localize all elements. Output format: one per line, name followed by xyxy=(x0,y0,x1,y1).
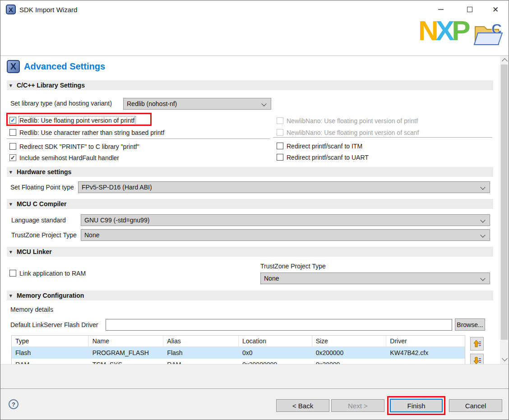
floating-point-value: FPv5-SP-D16 (Hard ABI) xyxy=(82,184,152,191)
trustzone-linker-value: None xyxy=(264,275,279,282)
checkbox-checked-icon xyxy=(9,117,16,124)
floating-point-label: Set Floating Point type xyxy=(10,184,74,191)
left-group-divider xyxy=(7,138,270,139)
library-type-dropdown[interactable]: Redlib (nohost-nf) xyxy=(123,98,271,110)
checkbox-label: Redlib: Use floating point version of pr… xyxy=(19,117,134,124)
move-up-icon xyxy=(472,339,481,348)
checkbox-newlibnano-scanf: NewlibNano: Use floating point version o… xyxy=(277,129,419,136)
checkbox-redirect-sdk-printf[interactable]: Redirect SDK "PRINTF" to C library "prin… xyxy=(9,143,139,150)
checkbox-label: NewlibNano: Use floating point version o… xyxy=(287,129,419,136)
checkbox-label: Redirect SDK "PRINTF" to C library "prin… xyxy=(19,143,139,150)
language-standard-value: GNU C99 (-std=gnu99) xyxy=(84,217,149,224)
checkbox-redirect-itm[interactable]: Redirect printf/scanf to ITM xyxy=(277,142,362,150)
library-type-label: Set library type (and hosting variant) xyxy=(10,100,112,107)
browse-button[interactable]: Browse... xyxy=(455,318,485,331)
cancel-button[interactable]: Cancel xyxy=(449,399,502,412)
close-button[interactable]: ✕ xyxy=(485,0,506,18)
checkbox-newlibnano-printf: NewlibNano: Use floating point version o… xyxy=(277,117,418,125)
next-label: Next > xyxy=(348,402,368,410)
memory-details-label: Memory details xyxy=(10,306,53,313)
minimize-icon xyxy=(438,9,444,10)
vertical-scrollbar[interactable] xyxy=(500,56,509,364)
checkbox-unchecked-icon xyxy=(277,129,283,136)
language-standard-dropdown[interactable]: GNU C99 (-std=gnu99) xyxy=(81,214,490,226)
col-header-location[interactable]: Location xyxy=(239,336,312,346)
cell-type: Flash xyxy=(12,347,89,359)
scroll-up-icon[interactable] xyxy=(502,58,508,64)
checkbox-unchecked-icon xyxy=(277,154,283,161)
right-group-divider xyxy=(273,137,492,138)
checkbox-link-to-ram[interactable]: Link application to RAM xyxy=(9,269,86,277)
app-x-icon: X xyxy=(6,5,16,14)
section-library-settings[interactable]: C/C++ Library Settings xyxy=(7,80,493,90)
page-title: Advanced Settings xyxy=(24,61,105,72)
trustzone-linker-dropdown[interactable]: None xyxy=(260,272,490,284)
finish-button[interactable]: Finish xyxy=(390,399,443,412)
section-mcu-linker[interactable]: MCU Linker xyxy=(7,247,493,257)
checkbox-label: Include semihost HardFault handler xyxy=(19,154,119,162)
col-header-size[interactable]: Size xyxy=(312,336,387,346)
cell-name: PROGRAM_FLASH xyxy=(89,347,164,359)
section-mcu-c-compiler[interactable]: MCU C Compiler xyxy=(7,199,493,209)
table-row[interactable]: Flash PROGRAM_FLASH Flash 0x0 0x200000 K… xyxy=(12,347,465,359)
checkbox-unchecked-icon xyxy=(9,270,16,277)
trustzone-compiler-dropdown[interactable]: None xyxy=(81,229,490,241)
checkbox-redirect-uart[interactable]: Redirect printf/scanf to UART xyxy=(277,153,369,161)
checkbox-label: Redirect printf/scanf to UART xyxy=(287,154,369,161)
flash-driver-input[interactable] xyxy=(106,319,452,331)
nxp-letter-p: P xyxy=(452,17,467,45)
cell-size: 0x200000 xyxy=(312,347,387,359)
cell-location: 0x0 xyxy=(239,347,312,359)
checkbox-redlib-float-printf[interactable]: Redlib: Use floating point version of pr… xyxy=(9,116,134,124)
scroll-down-icon[interactable] xyxy=(502,355,508,361)
floating-point-dropdown[interactable]: FPv5-SP-D16 (Hard ABI) xyxy=(78,181,490,193)
close-icon: ✕ xyxy=(492,6,499,14)
nxp-letter-x: X xyxy=(436,17,452,45)
cell-driver: KW47B42.cfx xyxy=(386,347,465,359)
trustzone-linker-label: TrustZone Project Type xyxy=(260,263,326,270)
checkbox-unchecked-icon xyxy=(277,117,283,124)
help-button[interactable]: ? xyxy=(9,399,19,409)
cancel-label: Cancel xyxy=(465,402,486,410)
sdk-import-wizard-window: X SDK Import Wizard ✕ NXP C X Advanced S… xyxy=(0,0,509,420)
cell-alias: Flash xyxy=(163,347,239,359)
table-header-row: Type Name Alias Location Size Driver xyxy=(12,336,465,347)
checkbox-label: Link application to RAM xyxy=(19,270,86,277)
advanced-settings-x-icon: X xyxy=(7,60,20,73)
header-divider xyxy=(0,55,509,56)
trustzone-compiler-label: TrustZone Project Type xyxy=(11,231,77,239)
scrollbar-thumb[interactable] xyxy=(501,65,508,340)
library-type-value: Redlib (nohost-nf) xyxy=(127,100,177,107)
footer-bar: ? < Back Next > Finish Cancel xyxy=(0,389,509,420)
next-button: Next > xyxy=(331,399,384,412)
checkbox-label: Redirect printf/scanf to ITM xyxy=(287,143,362,150)
flash-driver-label: Default LinkServer Flash Driver xyxy=(10,321,98,328)
col-header-name[interactable]: Name xyxy=(89,336,164,346)
move-down-icon xyxy=(472,356,481,365)
col-header-driver[interactable]: Driver xyxy=(386,336,465,346)
sdk-folder-icon: C xyxy=(472,20,505,48)
maximize-icon xyxy=(467,7,472,12)
checkbox-label: Redlib: Use character rather than string… xyxy=(19,129,164,136)
checkbox-unchecked-icon xyxy=(9,143,16,150)
finish-label: Finish xyxy=(407,402,425,410)
nxp-letter-n: N xyxy=(418,17,436,45)
checkbox-redlib-char-printf[interactable]: Redlib: Use character rather than string… xyxy=(9,129,164,136)
content-footer-spacer xyxy=(0,364,509,389)
help-icon: ? xyxy=(12,401,15,408)
section-hardware-settings[interactable]: Hardware settings xyxy=(7,167,493,177)
window-title: SDK Import Wizard xyxy=(19,6,77,14)
trustzone-compiler-value: None xyxy=(84,231,99,239)
move-up-button[interactable] xyxy=(470,337,484,351)
back-label: < Back xyxy=(292,402,313,410)
browse-label: Browse... xyxy=(457,321,483,328)
nxp-logo: NXP xyxy=(418,17,468,45)
col-header-alias[interactable]: Alias xyxy=(163,336,239,346)
checkbox-unchecked-icon xyxy=(9,129,16,136)
checkbox-semihost-hardfault[interactable]: Include semihost HardFault handler xyxy=(9,154,119,162)
section-memory-configuration[interactable]: Memory Configuration xyxy=(7,291,493,300)
back-button[interactable]: < Back xyxy=(276,399,329,412)
language-standard-label: Language standard xyxy=(11,217,66,224)
checkbox-unchecked-icon xyxy=(277,143,283,149)
col-header-type[interactable]: Type xyxy=(12,336,89,346)
